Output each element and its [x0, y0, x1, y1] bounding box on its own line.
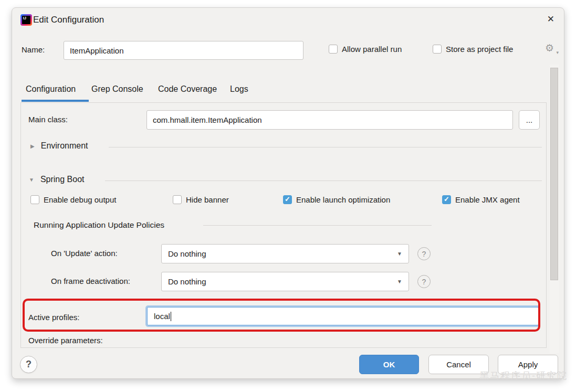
- enable-jmx-agent-checkbox[interactable]: ✓ Enable JMX agent: [442, 195, 520, 204]
- chevron-down-icon: ▼: [397, 279, 402, 284]
- active-profiles-label: Active profiles:: [28, 313, 80, 322]
- dropdown-value: Do nothing: [168, 277, 206, 286]
- dropdown-value: Do nothing: [168, 249, 206, 258]
- text-cursor: [171, 312, 172, 321]
- on-update-action-dropdown[interactable]: Do nothing ▼: [161, 244, 409, 263]
- on-frame-deactivation-label: On frame deactivation:: [51, 277, 130, 285]
- hide-banner-label: Hide banner: [186, 195, 229, 204]
- checkbox-box: ✓: [283, 195, 292, 204]
- enable-jmx-agent-label: Enable JMX agent: [455, 195, 520, 204]
- name-label: Name:: [22, 45, 45, 54]
- main-class-label: Main class:: [28, 115, 68, 124]
- checkbox-box: ✓: [442, 195, 451, 204]
- chevron-right-icon: ▶: [30, 143, 35, 149]
- chevron-down-icon: ▼: [29, 177, 34, 183]
- tab-grep-console[interactable]: Grep Console: [91, 84, 143, 94]
- checkbox-box: ✓: [329, 45, 338, 54]
- on-frame-deactivation-dropdown[interactable]: Do nothing ▼: [161, 272, 409, 291]
- spring-boot-section-header[interactable]: ▼ Spring Boot: [29, 175, 85, 184]
- main-class-input[interactable]: [146, 110, 513, 130]
- tab-code-coverage[interactable]: Code Coverage: [158, 84, 217, 94]
- checkbox-box: ✓: [30, 195, 39, 204]
- active-tab-indicator: [22, 100, 89, 102]
- tab-configuration[interactable]: Configuration: [26, 84, 76, 94]
- update-policies-title: Running Application Update Policies: [34, 220, 164, 230]
- ok-button[interactable]: OK: [359, 355, 419, 374]
- override-parameters-label: Override parameters:: [28, 336, 103, 345]
- enable-launch-optimization-label: Enable launch optimization: [296, 195, 390, 204]
- environment-section-header[interactable]: ▶ Environment: [30, 141, 88, 151]
- store-as-project-file-checkbox[interactable]: ✓ Store as project file: [433, 45, 513, 54]
- tab-logs[interactable]: Logs: [230, 84, 248, 94]
- help-icon[interactable]: ?: [417, 275, 431, 288]
- section-divider: [109, 147, 542, 147]
- active-profiles-value: local: [154, 312, 170, 321]
- browse-main-class-button[interactable]: ...: [519, 110, 540, 130]
- allow-parallel-run-checkbox[interactable]: ✓ Allow parallel run: [329, 45, 402, 54]
- enable-debug-output-label: Enable debug output: [44, 195, 116, 204]
- enable-launch-optimization-checkbox[interactable]: ✓ Enable launch optimization: [283, 195, 390, 204]
- vertical-scrollbar-thumb[interactable]: [550, 68, 558, 280]
- active-profiles-input[interactable]: local: [147, 307, 539, 325]
- vertical-scrollbar-track[interactable]: [550, 65, 559, 353]
- name-input[interactable]: [64, 41, 303, 60]
- store-as-project-file-label: Store as project file: [446, 45, 513, 54]
- checkbox-box: ✓: [173, 195, 182, 204]
- help-icon[interactable]: ?: [417, 247, 431, 260]
- hide-banner-checkbox[interactable]: ✓ Hide banner: [173, 195, 229, 204]
- section-divider: [203, 225, 432, 226]
- dialog-title: Edit Configuration: [33, 15, 104, 25]
- configuration-tab-panel: Main class: ... ▶ Environment ▼ Spring B…: [20, 102, 547, 348]
- intellij-app-icon: IJ: [20, 14, 32, 26]
- dialog-help-button[interactable]: ?: [20, 356, 37, 373]
- on-update-action-label: On 'Update' action:: [51, 249, 118, 258]
- store-settings-gear-icon[interactable]: ⚙▾: [545, 43, 556, 54]
- environment-section-label: Environment: [41, 141, 88, 151]
- close-icon[interactable]: ✕: [547, 14, 554, 25]
- edit-configuration-dialog: IJ Edit Configuration ✕ Name: ✓ Allow pa…: [12, 7, 564, 379]
- watermark-text: 黑马程序员-研究院: [479, 369, 568, 382]
- enable-debug-output-checkbox[interactable]: ✓ Enable debug output: [30, 195, 116, 204]
- chevron-down-icon: ▼: [397, 251, 402, 257]
- section-divider: [105, 181, 542, 181]
- spring-boot-section-label: Spring Boot: [40, 175, 85, 184]
- checkbox-box: ✓: [433, 45, 442, 54]
- allow-parallel-run-label: Allow parallel run: [342, 45, 402, 54]
